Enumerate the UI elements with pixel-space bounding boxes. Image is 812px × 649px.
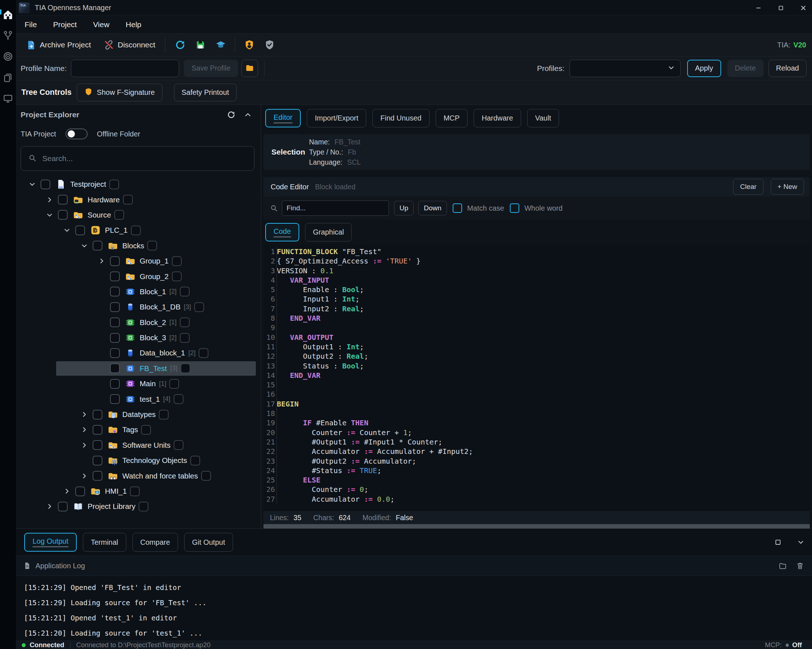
activity-branch-icon[interactable] <box>0 29 16 42</box>
bottom-tab-terminal[interactable]: Terminal <box>83 533 126 552</box>
tree-item-project-library[interactable]: Project Library <box>16 499 261 514</box>
open-log-folder-icon[interactable] <box>779 562 787 570</box>
activity-copy-icon[interactable] <box>0 71 16 84</box>
chevron-down-icon[interactable] <box>79 241 89 250</box>
tree-item-secondary-checkbox[interactable] <box>180 333 189 343</box>
editor-tab-mcp[interactable]: MCP <box>436 109 467 127</box>
tree-item-checkbox[interactable] <box>110 302 120 312</box>
save-profile-button[interactable]: Save Profile <box>184 60 238 77</box>
user-shield-icon[interactable] <box>244 40 255 50</box>
tree-item-checkbox[interactable] <box>93 471 102 481</box>
chevron-down-icon[interactable] <box>45 210 54 220</box>
tree-item-secondary-checkbox[interactable] <box>131 226 141 235</box>
tree-item-secondary-checkbox[interactable] <box>174 394 183 404</box>
tree-item-secondary-checkbox[interactable] <box>180 318 189 327</box>
menu-view[interactable]: View <box>93 20 109 29</box>
tree-item-checkbox[interactable] <box>110 348 120 358</box>
chevron-down-icon[interactable] <box>27 180 37 189</box>
tree-item-checkbox[interactable] <box>110 394 120 404</box>
tree-item-secondary-checkbox[interactable] <box>174 440 183 450</box>
collapse-tree-icon[interactable] <box>244 110 252 119</box>
code-view-tab-code[interactable]: Code <box>265 223 299 241</box>
profile-name-input[interactable] <box>71 60 179 77</box>
tree-item-hardware[interactable]: Hardware <box>16 192 261 207</box>
tree-item-checkbox[interactable] <box>58 195 68 205</box>
chevron-right-icon[interactable] <box>45 502 54 511</box>
tree-item-secondary-checkbox[interactable] <box>147 241 157 250</box>
chevron-right-icon[interactable] <box>97 256 106 266</box>
bottom-tab-compare[interactable]: Compare <box>133 533 178 552</box>
tree-item-checkbox[interactable] <box>93 410 102 420</box>
tree-item-secondary-checkbox[interactable] <box>194 302 204 312</box>
tree-item-secondary-checkbox[interactable] <box>139 502 148 512</box>
editor-tab-editor[interactable]: Editor <box>265 109 301 127</box>
match-case-checkbox[interactable] <box>453 203 462 213</box>
tree-item-block-1[interactable]: Block_1 [2] <box>16 284 261 299</box>
tree-item-secondary-checkbox[interactable] <box>159 410 169 420</box>
tree-item-secondary-checkbox[interactable] <box>130 487 140 496</box>
tree-item-checkbox[interactable] <box>75 487 85 496</box>
activity-target-icon[interactable] <box>0 50 16 63</box>
tree-item-secondary-checkbox[interactable] <box>198 348 208 358</box>
apply-button[interactable]: Apply <box>687 60 721 77</box>
tree-item-secondary-checkbox[interactable] <box>201 471 211 481</box>
bottom-tab-log-output[interactable]: Log Output <box>24 533 77 552</box>
tree-item-datatypes[interactable]: Datatypes <box>16 407 261 422</box>
tree-item-secondary-checkbox[interactable] <box>141 425 151 435</box>
tree-item-block-3[interactable]: Block_3 [2] <box>16 330 261 345</box>
tree-item-hmi-1[interactable]: HMI_1 <box>16 484 261 499</box>
code-view-tab-graphical[interactable]: Graphical <box>305 223 352 241</box>
profiles-select[interactable] <box>569 60 681 77</box>
chevron-right-icon[interactable] <box>62 487 72 496</box>
tree-item-group-2[interactable]: Group_2 <box>16 269 261 284</box>
project-source-toggle[interactable] <box>66 128 88 139</box>
tree-item-checkbox[interactable] <box>93 440 102 450</box>
tree-item-secondary-checkbox[interactable] <box>180 363 190 373</box>
editor-tab-import-export[interactable]: Import/Export <box>307 109 366 127</box>
tree-item-secondary-checkbox[interactable] <box>123 195 133 205</box>
menu-project[interactable]: Project <box>53 20 77 29</box>
tree-item-checkbox[interactable] <box>110 363 120 373</box>
tree-item-technology-objects[interactable]: Technology Objects <box>16 453 261 468</box>
tree-item-checkbox[interactable] <box>58 210 68 220</box>
tree-item-checkbox[interactable] <box>110 272 120 281</box>
close-icon[interactable] <box>800 5 807 12</box>
tree-item-test-1[interactable]: test_1 [4] <box>16 391 261 406</box>
education-icon[interactable] <box>215 40 226 50</box>
find-input[interactable] <box>282 200 389 216</box>
tree-item-checkbox[interactable] <box>110 287 120 296</box>
tree-item-testproject[interactable]: Testproject <box>16 177 261 192</box>
check-shield-icon[interactable] <box>264 40 275 50</box>
activity-home-icon[interactable] <box>0 8 16 21</box>
tree-item-checkbox[interactable] <box>110 256 120 266</box>
expand-panel-icon[interactable] <box>774 538 782 546</box>
tree-item-fb-test[interactable]: FB_Test [3] <box>16 361 261 376</box>
tree-item-checkbox[interactable] <box>93 425 102 435</box>
tree-item-secondary-checkbox[interactable] <box>109 180 119 189</box>
tree-item-checkbox[interactable] <box>110 318 120 327</box>
tree-item-checkbox[interactable] <box>41 180 50 189</box>
tree-item-block-2[interactable]: Block_2 [1] <box>16 315 261 330</box>
tree-item-group-1[interactable]: Group_1 <box>16 253 261 269</box>
disconnect-button[interactable]: Disconnect <box>104 40 155 50</box>
tree-item-plc-1[interactable]: PLC_1 <box>16 223 261 238</box>
tree-item-source[interactable]: Source <box>16 208 261 223</box>
chevron-right-icon[interactable] <box>79 425 89 434</box>
tree-item-checkbox[interactable] <box>58 502 68 512</box>
archive-project-button[interactable]: Archive Project <box>26 40 91 50</box>
bottom-tab-git-output[interactable]: Git Output <box>184 533 233 552</box>
tree-item-main[interactable]: Main [1] <box>16 376 261 391</box>
save-icon[interactable] <box>195 40 206 50</box>
tree-item-watch-and-force-tables[interactable]: Watch and force tables <box>16 468 261 483</box>
tree-item-checkbox[interactable] <box>75 226 85 235</box>
whole-word-checkbox[interactable] <box>510 203 519 213</box>
tree-item-secondary-checkbox[interactable] <box>169 379 179 389</box>
tree-item-tags[interactable]: Tags <box>16 422 261 437</box>
tree-item-checkbox[interactable] <box>93 456 102 466</box>
collapse-panel-icon[interactable] <box>797 538 805 546</box>
tree-item-secondary-checkbox[interactable] <box>114 210 124 220</box>
show-f-signature-button[interactable]: Show F-Signature <box>77 84 162 101</box>
tree-item-secondary-checkbox[interactable] <box>190 456 200 466</box>
code-editor-area[interactable]: 1FUNCTION_BLOCK "FB_Test"2{ S7_Optimized… <box>263 245 810 511</box>
horizontal-scrollbar[interactable] <box>263 524 810 528</box>
